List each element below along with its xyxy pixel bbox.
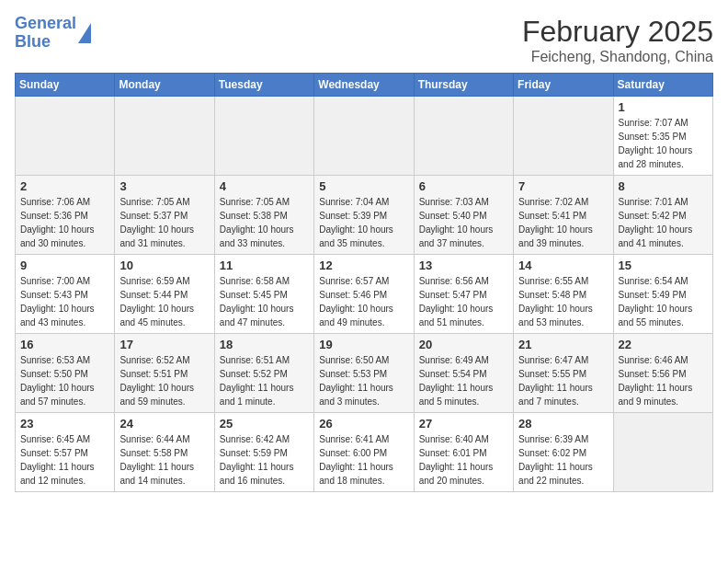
title-block: February 2025 Feicheng, Shandong, China xyxy=(522,15,713,65)
weekday-header-row: SundayMondayTuesdayWednesdayThursdayFrid… xyxy=(16,74,713,97)
day-number: 1 xyxy=(619,100,708,114)
day-info: Sunrise: 6:39 AM Sunset: 6:02 PM Dayligh… xyxy=(518,432,608,488)
day-info: Sunrise: 7:07 AM Sunset: 5:35 PM Dayligh… xyxy=(619,116,708,171)
calendar-cell: 20Sunrise: 6:49 AM Sunset: 5:54 PM Dayli… xyxy=(414,334,513,413)
day-number: 10 xyxy=(119,259,209,272)
calendar-week-row: 16Sunrise: 6:53 AM Sunset: 5:50 PM Dayli… xyxy=(16,334,713,413)
logo-text: GeneralBlue xyxy=(15,15,76,52)
calendar-cell: 15Sunrise: 6:54 AM Sunset: 5:49 PM Dayli… xyxy=(613,255,712,334)
calendar-cell: 13Sunrise: 6:56 AM Sunset: 5:47 PM Dayli… xyxy=(414,255,513,334)
day-info: Sunrise: 7:05 AM Sunset: 5:38 PM Dayligh… xyxy=(220,195,309,250)
calendar-cell: 6Sunrise: 7:03 AM Sunset: 5:40 PM Daylig… xyxy=(414,176,513,255)
weekday-header: Wednesday xyxy=(314,74,414,97)
day-info: Sunrise: 6:59 AM Sunset: 5:44 PM Dayligh… xyxy=(119,274,209,329)
day-number: 6 xyxy=(419,179,508,193)
day-info: Sunrise: 6:58 AM Sunset: 5:45 PM Dayligh… xyxy=(220,274,309,329)
day-info: Sunrise: 6:42 AM Sunset: 5:59 PM Dayligh… xyxy=(220,432,309,488)
day-info: Sunrise: 7:06 AM Sunset: 5:36 PM Dayligh… xyxy=(20,195,109,250)
calendar-cell: 17Sunrise: 6:52 AM Sunset: 5:51 PM Dayli… xyxy=(115,334,214,413)
calendar-cell xyxy=(414,97,513,176)
calendar-cell: 28Sunrise: 6:39 AM Sunset: 6:02 PM Dayli… xyxy=(514,413,613,492)
day-number: 3 xyxy=(119,179,209,193)
day-info: Sunrise: 7:02 AM Sunset: 5:41 PM Dayligh… xyxy=(518,195,608,250)
calendar-cell: 12Sunrise: 6:57 AM Sunset: 5:46 PM Dayli… xyxy=(314,255,414,334)
calendar-cell: 22Sunrise: 6:46 AM Sunset: 5:56 PM Dayli… xyxy=(613,334,712,413)
day-number: 16 xyxy=(20,338,109,351)
day-number: 24 xyxy=(119,417,209,431)
day-info: Sunrise: 6:53 AM Sunset: 5:50 PM Dayligh… xyxy=(20,353,109,408)
calendar-week-row: 9Sunrise: 7:00 AM Sunset: 5:43 PM Daylig… xyxy=(16,255,713,334)
calendar-cell: 25Sunrise: 6:42 AM Sunset: 5:59 PM Dayli… xyxy=(214,413,313,492)
calendar-cell: 21Sunrise: 6:47 AM Sunset: 5:55 PM Dayli… xyxy=(514,334,613,413)
weekday-header: Sunday xyxy=(16,74,115,97)
calendar-cell xyxy=(16,97,115,176)
logo-icon xyxy=(78,23,91,43)
day-number: 27 xyxy=(419,417,508,431)
calendar-cell: 27Sunrise: 6:40 AM Sunset: 6:01 PM Dayli… xyxy=(414,413,513,492)
calendar-cell: 8Sunrise: 7:01 AM Sunset: 5:42 PM Daylig… xyxy=(613,176,712,255)
day-info: Sunrise: 6:45 AM Sunset: 5:57 PM Dayligh… xyxy=(20,432,109,488)
day-number: 28 xyxy=(518,417,608,431)
day-info: Sunrise: 7:03 AM Sunset: 5:40 PM Dayligh… xyxy=(419,195,508,250)
calendar-cell: 26Sunrise: 6:41 AM Sunset: 6:00 PM Dayli… xyxy=(314,413,414,492)
day-info: Sunrise: 6:40 AM Sunset: 6:01 PM Dayligh… xyxy=(419,432,508,488)
calendar-cell: 11Sunrise: 6:58 AM Sunset: 5:45 PM Dayli… xyxy=(214,255,313,334)
calendar-week-row: 1Sunrise: 7:07 AM Sunset: 5:35 PM Daylig… xyxy=(16,97,713,176)
calendar-cell: 2Sunrise: 7:06 AM Sunset: 5:36 PM Daylig… xyxy=(16,176,115,255)
page-subtitle: Feicheng, Shandong, China xyxy=(522,49,713,65)
calendar-cell: 23Sunrise: 6:45 AM Sunset: 5:57 PM Dayli… xyxy=(16,413,115,492)
page-title: February 2025 xyxy=(522,15,713,49)
day-number: 8 xyxy=(619,179,708,193)
weekday-header: Thursday xyxy=(414,74,513,97)
day-info: Sunrise: 6:54 AM Sunset: 5:49 PM Dayligh… xyxy=(619,274,708,329)
day-number: 12 xyxy=(319,259,408,272)
calendar-cell: 10Sunrise: 6:59 AM Sunset: 5:44 PM Dayli… xyxy=(115,255,214,334)
calendar-cell: 19Sunrise: 6:50 AM Sunset: 5:53 PM Dayli… xyxy=(314,334,414,413)
logo: GeneralBlue xyxy=(15,15,91,52)
day-info: Sunrise: 6:52 AM Sunset: 5:51 PM Dayligh… xyxy=(119,353,209,408)
day-info: Sunrise: 6:57 AM Sunset: 5:46 PM Dayligh… xyxy=(319,274,408,329)
day-number: 17 xyxy=(119,338,209,351)
day-info: Sunrise: 6:41 AM Sunset: 6:00 PM Dayligh… xyxy=(319,432,408,488)
calendar-cell xyxy=(613,413,712,492)
day-number: 20 xyxy=(419,338,508,351)
day-info: Sunrise: 7:04 AM Sunset: 5:39 PM Dayligh… xyxy=(319,195,408,250)
day-info: Sunrise: 6:44 AM Sunset: 5:58 PM Dayligh… xyxy=(119,432,209,488)
calendar-cell: 9Sunrise: 7:00 AM Sunset: 5:43 PM Daylig… xyxy=(16,255,115,334)
day-number: 18 xyxy=(220,338,309,351)
day-info: Sunrise: 6:46 AM Sunset: 5:56 PM Dayligh… xyxy=(619,353,708,408)
calendar-cell: 16Sunrise: 6:53 AM Sunset: 5:50 PM Dayli… xyxy=(16,334,115,413)
weekday-header: Monday xyxy=(115,74,214,97)
calendar-week-row: 2Sunrise: 7:06 AM Sunset: 5:36 PM Daylig… xyxy=(16,176,713,255)
calendar-cell: 3Sunrise: 7:05 AM Sunset: 5:37 PM Daylig… xyxy=(115,176,214,255)
weekday-header: Saturday xyxy=(613,74,712,97)
day-info: Sunrise: 6:56 AM Sunset: 5:47 PM Dayligh… xyxy=(419,274,508,329)
calendar-cell: 24Sunrise: 6:44 AM Sunset: 5:58 PM Dayli… xyxy=(115,413,214,492)
calendar-cell: 18Sunrise: 6:51 AM Sunset: 5:52 PM Dayli… xyxy=(214,334,313,413)
calendar-cell xyxy=(214,97,313,176)
day-info: Sunrise: 7:01 AM Sunset: 5:42 PM Dayligh… xyxy=(619,195,708,250)
calendar-cell xyxy=(514,97,613,176)
day-number: 13 xyxy=(419,259,508,272)
page-header: GeneralBlue February 2025 Feicheng, Shan… xyxy=(15,15,713,65)
calendar-table: SundayMondayTuesdayWednesdayThursdayFrid… xyxy=(15,73,713,492)
day-number: 23 xyxy=(20,417,109,431)
day-number: 15 xyxy=(619,259,708,272)
weekday-header: Friday xyxy=(514,74,613,97)
calendar-week-row: 23Sunrise: 6:45 AM Sunset: 5:57 PM Dayli… xyxy=(16,413,713,492)
day-number: 22 xyxy=(619,338,708,351)
day-info: Sunrise: 6:47 AM Sunset: 5:55 PM Dayligh… xyxy=(518,353,608,408)
calendar-cell: 14Sunrise: 6:55 AM Sunset: 5:48 PM Dayli… xyxy=(514,255,613,334)
day-number: 7 xyxy=(518,179,608,193)
day-info: Sunrise: 7:00 AM Sunset: 5:43 PM Dayligh… xyxy=(20,274,109,329)
day-number: 2 xyxy=(20,179,109,193)
day-number: 19 xyxy=(319,338,408,351)
day-info: Sunrise: 6:50 AM Sunset: 5:53 PM Dayligh… xyxy=(319,353,408,408)
weekday-header: Tuesday xyxy=(214,74,313,97)
calendar-cell: 4Sunrise: 7:05 AM Sunset: 5:38 PM Daylig… xyxy=(214,176,313,255)
calendar-cell: 7Sunrise: 7:02 AM Sunset: 5:41 PM Daylig… xyxy=(514,176,613,255)
day-info: Sunrise: 6:55 AM Sunset: 5:48 PM Dayligh… xyxy=(518,274,608,329)
day-number: 14 xyxy=(518,259,608,272)
day-info: Sunrise: 6:49 AM Sunset: 5:54 PM Dayligh… xyxy=(419,353,508,408)
calendar-cell: 5Sunrise: 7:04 AM Sunset: 5:39 PM Daylig… xyxy=(314,176,414,255)
